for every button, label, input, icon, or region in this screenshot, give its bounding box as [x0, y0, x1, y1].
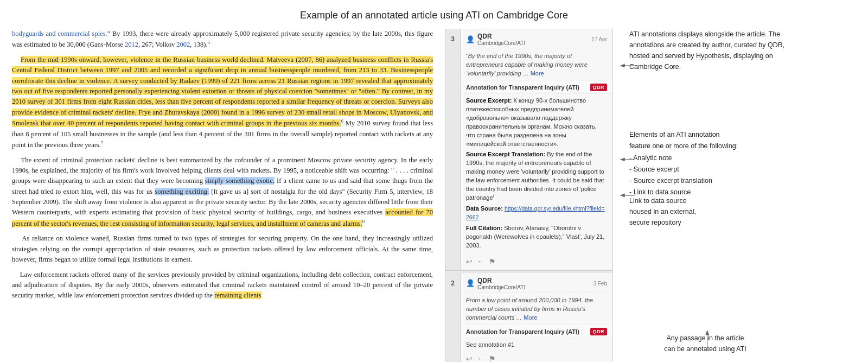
- annotation-user-1: CambridgeCore/ATI: [477, 40, 525, 46]
- highlight-block-5: remaining clients: [214, 291, 261, 299]
- field-value-translation: By the end of the 1990s, the majority of…: [466, 151, 604, 201]
- article-link-1[interactable]: bodyguards and commercial spies.: [12, 30, 107, 37]
- article-paragraph-1: bodyguards and commercial spies." By 199…: [12, 29, 433, 50]
- share-icon-2[interactable]: ←: [477, 354, 484, 362]
- callout-link-data-text: Link to data sourcehoused in an external…: [629, 197, 696, 226]
- annotation-header-2: 👤 QDR CambridgeCore/ATI 3 Feb: [461, 273, 612, 293]
- annotation-card-2: 👤 QDR CambridgeCore/ATI 3 Feb From a low…: [461, 273, 612, 362]
- callout-bottom-text: Any passage in the articlecan be annotat…: [664, 334, 746, 353]
- annotation-actions-1: ↩ ← ⚑: [461, 255, 612, 270]
- field-data-source: Data Source: https://data.qdr.syr.edu/fi…: [466, 205, 607, 222]
- article-paragraph-5: Law enforcement rackets offered many of …: [12, 270, 433, 301]
- callout-mid-right-text: Elements of an ATI annotationfeature one…: [629, 131, 738, 196]
- article-paragraph-4: As reliance on violence waned, Russian f…: [12, 233, 433, 265]
- person-icon-2: 👤: [466, 279, 475, 288]
- field-label-full-citation: Full Citation:: [466, 225, 502, 231]
- annotation-actions-2: ↩ ← ⚑: [461, 352, 612, 363]
- ref-link-2002[interactable]: 2002: [176, 41, 190, 49]
- footnote-5: 5: [208, 40, 210, 45]
- callout-bottom: Any passage in the articlecan be annotat…: [629, 333, 781, 354]
- annotation-body-1: Source Excerpt: К концу 90-х большинство…: [461, 94, 612, 255]
- annotation-quote-2: From a low point of around 200,000 in 19…: [461, 293, 612, 325]
- field-label-translation: Source Excerpt Translation:: [466, 151, 545, 157]
- main-layout: bodyguards and commercial spies." By 199…: [0, 29, 868, 362]
- person-icon-1: 👤: [466, 35, 475, 44]
- highlight-block-3: accounted for 70 percent of the sector's…: [12, 208, 433, 227]
- annotation-header-left-1: 👤 QDR CambridgeCore/ATI: [466, 33, 525, 46]
- article-panel: bodyguards and commercial spies." By 199…: [0, 29, 445, 362]
- flag-icon-1[interactable]: ⚑: [489, 257, 496, 266]
- qdr-badge-1: QDR: [590, 84, 608, 91]
- flag-icon-2[interactable]: ⚑: [489, 354, 496, 363]
- field-see-annotation: See annotation #1: [466, 341, 607, 350]
- labels-panel: ATI annotations displays alongside the a…: [613, 29, 868, 362]
- annotation-label-text-1: Annotation for Transparent Inquiry (ATI): [466, 84, 579, 91]
- callout-top-right-text: ATI annotations displays alongside the a…: [629, 30, 784, 71]
- field-label-data-source: Data Source:: [466, 205, 503, 212]
- footnote-8: 8: [362, 219, 365, 224]
- annotation-quote-1: “By the end of the 1990s, the majority o…: [461, 48, 612, 81]
- qdr-org-1: QDR: [477, 33, 525, 40]
- reply-icon-2[interactable]: ↩: [466, 354, 473, 363]
- annotation-wrapper-1: 3 👤 QDR CambridgeCore/ATI 17 Apr: [445, 29, 612, 271]
- qdr-badge-2: QDR: [590, 328, 608, 335]
- reply-icon-1[interactable]: ↩: [466, 257, 473, 266]
- annotation-number-2: 2: [445, 273, 461, 362]
- annotation-number-1: 3: [445, 29, 461, 270]
- page-wrapper: Example of an annotated article using AT…: [0, 0, 868, 362]
- annotation-header-1: 👤 QDR CambridgeCore/ATI 17 Apr: [461, 29, 612, 48]
- field-source-excerpt: Source Excerpt: К концу 90-х большинство…: [466, 97, 607, 149]
- callout-link-data: Link to data sourcehoused in an external…: [629, 195, 770, 228]
- highlight-exciting: something exciting.: [155, 188, 209, 195]
- see-annotation-text: See annotation #1: [466, 341, 514, 348]
- field-translation: Source Excerpt Translation: By the end o…: [466, 150, 607, 202]
- qdr-org-2: QDR: [477, 277, 525, 284]
- annotation-body-2: See annotation #1: [461, 338, 612, 352]
- ref-link-2012[interactable]: 2012: [125, 41, 138, 49]
- field-label-source-excerpt: Source Excerpt:: [466, 97, 512, 104]
- more-link-2[interactable]: More: [524, 314, 537, 321]
- callout-top-right: ATI annotations displays alongside the a…: [629, 29, 792, 72]
- annotation-label-bar-1: Annotation for Transparent Inquiry (ATI)…: [461, 81, 612, 94]
- annotation-date-1: 17 Apr: [591, 36, 607, 42]
- footnote-7: 7: [101, 140, 104, 145]
- callout-mid-right: Elements of an ATI annotationfeature one…: [629, 129, 797, 199]
- more-link-1[interactable]: More: [531, 70, 544, 77]
- quote-text-1: “By the end of the 1990s, the majority o…: [466, 53, 588, 77]
- annotation-sidebar: 3 👤 QDR CambridgeCore/ATI 17 Apr: [445, 29, 613, 362]
- field-full-citation: Full Citation: Sborov, Afanasiy, "Oborot…: [466, 224, 607, 250]
- share-icon-1[interactable]: ←: [477, 257, 484, 266]
- highlight-block-1: From the mid-1990s onward, however, viol…: [12, 56, 433, 127]
- annotation-card-1: 👤 QDR CambridgeCore/ATI 17 Apr “By the e…: [461, 29, 612, 270]
- article-paragraph-3: The extent of criminal protection racket…: [12, 155, 433, 230]
- annotation-label-bar-2: Annotation for Transparent Inquiry (ATI)…: [461, 325, 612, 338]
- annotation-date-2: 3 Feb: [593, 281, 607, 287]
- annotation-header-left-2: 👤 QDR CambridgeCore/ATI: [466, 277, 525, 290]
- article-paragraph-2: From the mid-1990s onward, however, viol…: [12, 55, 433, 151]
- annotation-label-text-2: Annotation for Transparent Inquiry (ATI): [466, 328, 579, 335]
- page-title: Example of an annotated article using AT…: [0, 0, 868, 29]
- annotation-user-2: CambridgeCore/ATI: [477, 284, 525, 290]
- field-value-source-excerpt: К концу 90-х большинство платежеспособны…: [466, 97, 597, 147]
- annotation-wrapper-2: 2 👤 QDR CambridgeCore/ATI 3 Feb: [445, 273, 612, 362]
- highlight-exotic: simply something exotic.: [205, 177, 275, 185]
- footnote-6: 6: [341, 118, 343, 124]
